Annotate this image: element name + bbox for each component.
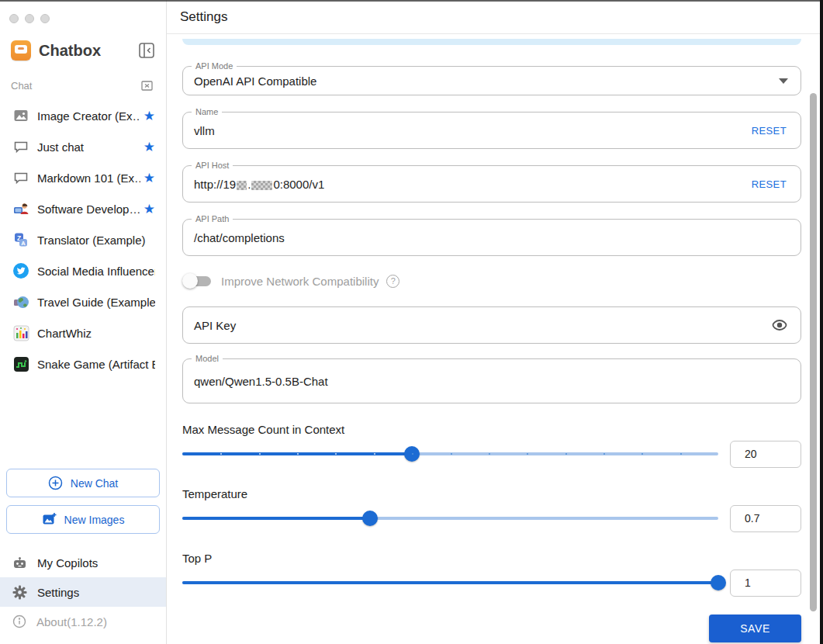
snake-game-icon bbox=[12, 355, 29, 372]
chart-icon bbox=[12, 324, 29, 341]
new-chat-label: New Chat bbox=[71, 477, 118, 490]
new-images-label: New Images bbox=[64, 514, 125, 526]
star-icon[interactable]: ★ bbox=[144, 108, 155, 124]
save-button[interactable]: SAVE bbox=[709, 615, 801, 642]
main-panel: Settings API Mode OpenAI API Compatible … bbox=[167, 0, 823, 644]
chatbox-logo-icon bbox=[11, 40, 31, 61]
api-path-value: /chat/completions bbox=[183, 231, 801, 244]
chat-item-label: Social Media Influencer … bbox=[37, 265, 155, 278]
clear-chats-icon[interactable] bbox=[140, 79, 154, 92]
api-key-field[interactable]: API Key bbox=[182, 306, 801, 344]
redacted-text bbox=[251, 181, 272, 190]
chat-bubble-icon bbox=[12, 169, 29, 186]
page-title: Settings bbox=[180, 9, 227, 25]
info-icon bbox=[12, 615, 26, 628]
max-message-count-row: 20 bbox=[182, 440, 801, 468]
robot-icon bbox=[12, 556, 27, 570]
slider-thumb[interactable] bbox=[711, 575, 726, 590]
chat-item-just-chat[interactable]: Just chat ★ bbox=[0, 131, 166, 162]
temperature-row: 0.7 bbox=[182, 504, 801, 532]
chat-item-image-creator[interactable]: Image Creator (Ex… ★ bbox=[0, 100, 166, 131]
chat-item-label: Image Creator (Ex… bbox=[37, 109, 140, 123]
nav-label: Settings bbox=[37, 586, 79, 599]
chat-item-translator[interactable]: ZA Translator (Example) bbox=[0, 224, 166, 255]
twitter-icon bbox=[12, 262, 29, 279]
window-minimize-button[interactable] bbox=[25, 14, 34, 23]
chat-item-snake-game[interactable]: Snake Game (Artifact E… bbox=[0, 348, 166, 379]
api-path-field[interactable]: API Path /chat/completions bbox=[182, 219, 801, 256]
chat-section-label: Chat bbox=[11, 80, 140, 92]
api-path-label: API Path bbox=[192, 214, 233, 224]
star-icon[interactable]: ★ bbox=[144, 139, 155, 155]
chat-item-label: Translator (Example) bbox=[37, 234, 155, 247]
api-host-field[interactable]: API Host http://19.0:8000/v1 RESET bbox=[182, 165, 801, 203]
window-zoom-button[interactable] bbox=[40, 14, 50, 23]
settings-form: API Mode OpenAI API Compatible Name vllm… bbox=[167, 39, 823, 642]
api-mode-value: OpenAI API Compatible bbox=[183, 74, 779, 88]
chat-section-header: Chat bbox=[0, 61, 166, 97]
chevron-down-icon bbox=[779, 78, 788, 84]
api-host-reset-button[interactable]: RESET bbox=[752, 178, 787, 190]
api-host-label: API Host bbox=[192, 161, 233, 171]
image-plus-icon bbox=[42, 512, 57, 527]
developer-icon bbox=[12, 200, 29, 217]
help-icon[interactable]: ? bbox=[386, 275, 399, 288]
chat-list: Image Creator (Ex… ★ Just chat ★ Markdow… bbox=[0, 97, 166, 379]
star-icon[interactable]: ★ bbox=[144, 201, 155, 217]
sidebar: Chatbox Chat Image Creator (Ex… ★ bbox=[0, 0, 167, 644]
api-key-placeholder: API Key bbox=[183, 319, 771, 332]
window-controls bbox=[0, 0, 166, 23]
slider-thumb[interactable] bbox=[362, 511, 378, 526]
window-close-button[interactable] bbox=[9, 14, 19, 23]
eye-icon[interactable] bbox=[771, 317, 788, 334]
scrollbar-thumb[interactable] bbox=[810, 93, 817, 611]
chat-item-label: Travel Guide (Example) bbox=[37, 296, 155, 309]
svg-text:A: A bbox=[21, 240, 26, 247]
api-host-value: http://19.0:8000/v1 bbox=[183, 178, 752, 191]
temperature-input[interactable]: 0.7 bbox=[730, 505, 801, 532]
main-header: Settings bbox=[167, 0, 823, 34]
chat-item-label: Markdown 101 (Ex… bbox=[37, 171, 140, 185]
chat-item-label: Just chat bbox=[37, 140, 140, 154]
name-label: Name bbox=[192, 107, 222, 117]
max-message-count-slider[interactable] bbox=[182, 440, 718, 468]
chat-item-social-media-influencer[interactable]: Social Media Influencer … bbox=[0, 255, 166, 286]
star-icon[interactable]: ★ bbox=[144, 170, 155, 186]
nav-settings[interactable]: Settings bbox=[0, 577, 166, 607]
brand-row: Chatbox bbox=[0, 23, 166, 61]
model-field[interactable]: Model qwen/Qwen1.5-0.5B-Chat bbox=[182, 358, 801, 403]
screenshot-right-edge bbox=[820, 0, 823, 644]
max-message-count-label: Max Message Count in Context bbox=[182, 423, 801, 436]
globe-icon bbox=[12, 293, 29, 310]
new-images-button[interactable]: New Images bbox=[6, 505, 160, 534]
name-reset-button[interactable]: RESET bbox=[752, 125, 787, 137]
chat-item-chartwhiz[interactable]: ChartWhiz bbox=[0, 317, 166, 348]
chat-item-markdown-101[interactable]: Markdown 101 (Ex… ★ bbox=[0, 162, 166, 193]
nav-my-copilots[interactable]: My Copilots bbox=[0, 548, 166, 577]
max-message-count-input[interactable]: 20 bbox=[730, 441, 801, 468]
app-title: Chatbox bbox=[39, 42, 138, 60]
info-banner-edge bbox=[182, 39, 801, 45]
top-p-slider[interactable] bbox=[182, 569, 718, 597]
top-p-input[interactable]: 1 bbox=[730, 570, 801, 597]
model-value: qwen/Qwen1.5-0.5B-Chat bbox=[183, 375, 801, 388]
chat-item-label: Snake Game (Artifact E… bbox=[37, 358, 155, 371]
collapse-sidebar-icon[interactable] bbox=[138, 42, 155, 59]
translator-icon: ZA bbox=[12, 231, 29, 248]
nav-label: My Copilots bbox=[37, 556, 98, 570]
name-field[interactable]: Name vllm RESET bbox=[182, 112, 801, 149]
api-mode-select[interactable]: API Mode OpenAI API Compatible bbox=[182, 66, 801, 95]
temperature-label: Temperature bbox=[182, 487, 801, 500]
top-p-row: 1 bbox=[182, 569, 801, 597]
temperature-slider[interactable] bbox=[182, 504, 718, 532]
network-compatibility-row: Improve Network Compatibility ? bbox=[182, 272, 801, 290]
chat-item-software-developer[interactable]: Software Develop… ★ bbox=[0, 193, 166, 224]
bottom-nav: My Copilots Settings bbox=[0, 548, 166, 644]
image-icon bbox=[12, 107, 29, 124]
plus-circle-icon bbox=[48, 476, 63, 490]
gear-icon bbox=[12, 585, 27, 600]
network-compatibility-toggle[interactable] bbox=[182, 272, 213, 290]
chat-item-travel-guide[interactable]: Travel Guide (Example) bbox=[0, 286, 166, 317]
nav-about[interactable]: About(1.12.2) bbox=[0, 607, 166, 636]
new-chat-button[interactable]: New Chat bbox=[6, 469, 160, 497]
